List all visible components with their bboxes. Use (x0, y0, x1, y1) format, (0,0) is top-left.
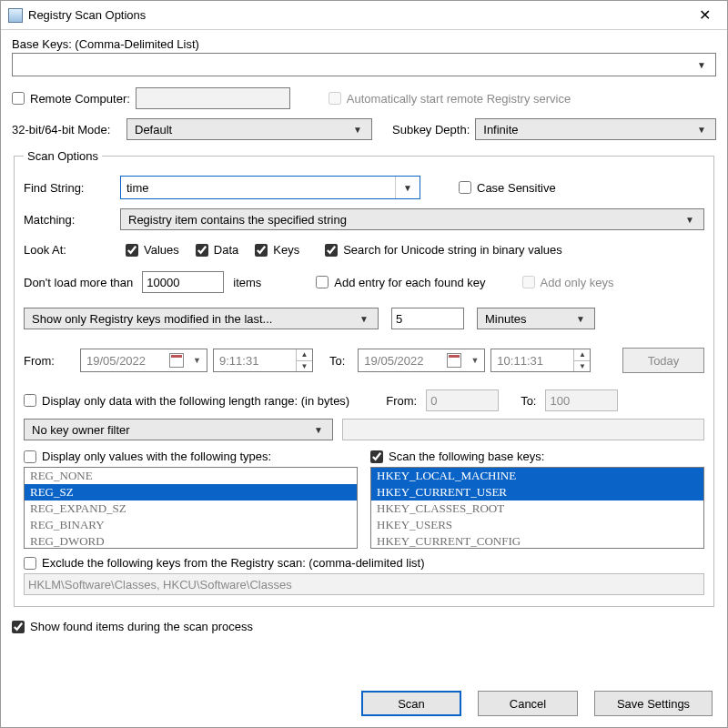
display-types-label: Display only values with the following t… (42, 450, 271, 463)
save-settings-button[interactable]: Save Settings (594, 691, 713, 716)
bitmode-value: Default (135, 123, 172, 136)
chevron-up-icon[interactable]: ▲ (573, 349, 590, 360)
add-entry-label: Add entry for each found key (334, 276, 485, 289)
list-item[interactable]: REG_SZ (25, 484, 357, 500)
list-item[interactable]: HKEY_CURRENT_CONFIG (371, 533, 703, 549)
list-item[interactable]: HKEY_CLASSES_ROOT (371, 500, 703, 517)
list-item[interactable]: REG_BINARY (25, 517, 357, 533)
list-item[interactable]: HKEY_LOCAL_MACHINE (371, 468, 703, 484)
modified-unit-combo[interactable]: Minutes ▼ (477, 308, 595, 329)
from-time-spinner[interactable]: 9:11:31 ▲▼ (213, 349, 313, 372)
chevron-down-icon: ▼ (692, 60, 712, 70)
add-only-keys-label: Add only keys (541, 276, 614, 289)
base-keys-listbox[interactable]: HKEY_LOCAL_MACHINEHKEY_CURRENT_USERHKEY_… (370, 467, 704, 549)
look-at-keys-checkbox[interactable]: Keys (255, 243, 299, 257)
list-item[interactable]: REG_NONE (25, 468, 357, 484)
look-at-data-checkbox[interactable]: Data (196, 243, 238, 257)
length-from-label: From: (386, 394, 417, 408)
base-keys-combo[interactable]: ▼ (12, 53, 716, 76)
matching-value: Registry item contains the specified str… (128, 213, 347, 227)
app-icon (8, 8, 23, 23)
remote-computer-checkbox[interactable]: Remote Computer: (12, 92, 130, 106)
key-owner-value: No key owner filter (32, 423, 130, 437)
window-title: Registry Scan Options (28, 8, 683, 22)
auto-start-remote-checkbox[interactable]: Automatically start remote Registry serv… (329, 92, 571, 106)
display-types-checkbox[interactable]: Display only values with the following t… (24, 450, 358, 463)
look-at-values-label: Values (144, 243, 179, 257)
exclude-keys-checkbox[interactable]: Exclude the following keys from the Regi… (24, 556, 424, 570)
key-owner-input[interactable] (342, 419, 704, 440)
items-label: items (233, 276, 261, 289)
find-string-label: Find String: (24, 181, 115, 195)
look-at-values-checkbox[interactable]: Values (126, 243, 179, 257)
bitmode-combo[interactable]: Default ▼ (126, 118, 372, 140)
modified-filter-combo[interactable]: Show only Registry keys modified in the … (24, 308, 379, 329)
to-date-picker[interactable]: 19/05/2022 ▼ (358, 349, 485, 372)
find-string-combo[interactable]: ▼ (120, 176, 420, 199)
add-only-keys-checkbox[interactable]: Add only keys (522, 276, 614, 289)
show-found-checkbox[interactable]: Show found items during the scan process (12, 620, 253, 633)
scan-options-group: Scan Options Find String: ▼ Case Sensiti… (14, 149, 714, 607)
chevron-up-icon[interactable]: ▲ (296, 349, 312, 360)
bitmode-label: 32-bit/64-bit Mode: (12, 123, 121, 136)
to-time-spinner[interactable]: 10:11:31 ▲▼ (490, 349, 591, 372)
cancel-button[interactable]: Cancel (478, 691, 578, 716)
reg-types-listbox[interactable]: REG_NONEREG_SZREG_EXPAND_SZREG_BINARYREG… (24, 467, 358, 549)
scan-options-legend: Scan Options (24, 149, 102, 163)
matching-combo[interactable]: Registry item contains the specified str… (120, 208, 704, 230)
subkey-depth-label: Subkey Depth: (392, 123, 470, 136)
length-range-label: Display only data with the following len… (42, 394, 349, 408)
to-time-value: 10:11:31 (491, 354, 573, 368)
registry-scan-options-window: Registry Scan Options ✕ Base Keys: (Comm… (0, 0, 728, 728)
chevron-down-icon: ▼ (354, 314, 374, 324)
find-string-input[interactable] (121, 179, 395, 197)
chevron-down-icon: ▼ (571, 314, 591, 324)
calendar-icon (169, 353, 184, 368)
chevron-down-icon: ▼ (465, 356, 484, 365)
matching-label: Matching: (24, 213, 115, 227)
chevron-down-icon: ▼ (692, 125, 712, 135)
length-to-input[interactable] (545, 389, 618, 411)
from-date-picker[interactable]: 19/05/2022 ▼ (80, 349, 207, 372)
dont-load-input[interactable] (142, 271, 224, 293)
scan-button[interactable]: Scan (361, 691, 461, 716)
look-at-data-label: Data (214, 243, 238, 257)
exclude-keys-input[interactable] (24, 573, 704, 595)
subkey-depth-combo[interactable]: Infinite ▼ (475, 118, 716, 140)
exclude-keys-label: Exclude the following keys from the Regi… (42, 556, 424, 570)
list-item[interactable]: REG_DWORD (25, 533, 357, 549)
from-date-value: 19/05/2022 (81, 354, 169, 368)
modified-number-input[interactable] (391, 308, 464, 329)
length-range-checkbox[interactable]: Display only data with the following len… (24, 394, 349, 408)
show-found-label: Show found items during the scan process (30, 620, 253, 633)
key-owner-combo[interactable]: No key owner filter ▼ (24, 419, 333, 440)
case-sensitive-checkbox[interactable]: Case Sensitive (459, 181, 556, 195)
list-item[interactable]: HKEY_USERS (371, 517, 703, 533)
scan-base-keys-label: Scan the following base keys: (389, 450, 544, 463)
list-item[interactable]: HKEY_CURRENT_USER (371, 484, 703, 500)
chevron-down-icon[interactable]: ▼ (296, 360, 312, 372)
list-item[interactable]: REG_EXPAND_SZ (25, 500, 357, 517)
scan-base-keys-checkbox[interactable]: Scan the following base keys: (370, 450, 704, 463)
from-label: From: (24, 354, 75, 368)
length-from-input[interactable] (426, 389, 499, 411)
remote-computer-input[interactable] (136, 87, 290, 109)
length-to-label: To: (521, 394, 536, 408)
auto-start-remote-label: Automatically start remote Registry serv… (347, 92, 571, 106)
modified-filter-value: Show only Registry keys modified in the … (32, 312, 272, 326)
dont-load-label: Don't load more than (24, 276, 133, 289)
add-entry-checkbox[interactable]: Add entry for each found key (316, 276, 485, 289)
from-time-value: 9:11:31 (214, 354, 296, 368)
today-button[interactable]: Today (622, 348, 704, 373)
unicode-search-label: Search for Unicode string in binary valu… (343, 243, 562, 257)
unicode-search-checkbox[interactable]: Search for Unicode string in binary valu… (325, 243, 562, 257)
dialog-buttons: Scan Cancel Save Settings (12, 682, 716, 718)
look-at-label: Look At: (24, 243, 109, 257)
look-at-keys-label: Keys (273, 243, 299, 257)
close-button[interactable]: ✕ (683, 2, 725, 29)
client-area: Base Keys: (Comma-Delimited List) ▼ Remo… (1, 30, 727, 727)
remote-computer-label: Remote Computer: (30, 92, 130, 106)
chevron-down-icon: ▼ (680, 215, 700, 225)
chevron-down-icon[interactable]: ▼ (573, 360, 590, 372)
chevron-down-icon: ▼ (395, 177, 420, 198)
